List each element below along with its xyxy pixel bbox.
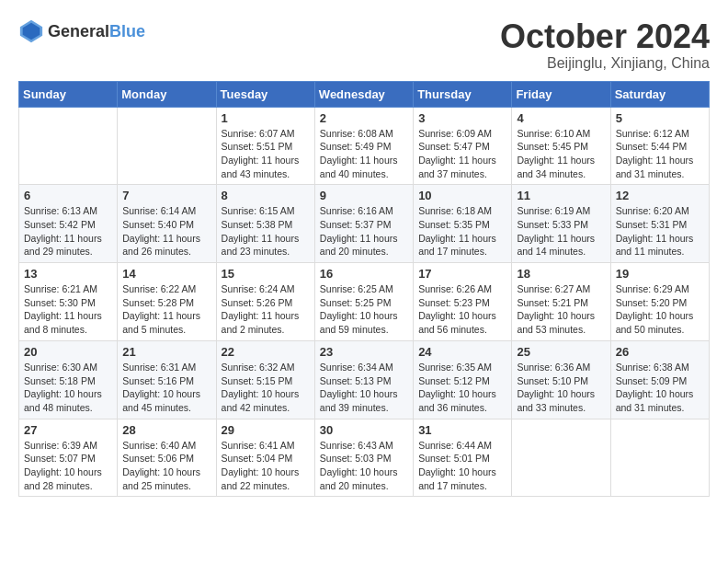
calendar-cell: 26Sunrise: 6:38 AMSunset: 5:09 PMDayligh… [610,340,709,419]
day-detail: Sunrise: 6:22 AMSunset: 5:28 PMDaylight:… [122,282,210,337]
day-detail: Sunrise: 6:26 AMSunset: 5:23 PMDaylight:… [418,282,506,337]
calendar-week-row: 20Sunrise: 6:30 AMSunset: 5:18 PMDayligh… [19,340,710,419]
weekday-header-friday: Friday [512,81,610,107]
calendar-week-row: 1Sunrise: 6:07 AMSunset: 5:51 PMDaylight… [19,107,710,185]
calendar-cell: 11Sunrise: 6:19 AMSunset: 5:33 PMDayligh… [512,185,610,263]
calendar-cell: 21Sunrise: 6:31 AMSunset: 5:16 PMDayligh… [118,340,216,419]
day-detail: Sunrise: 6:10 AMSunset: 5:45 PMDaylight:… [517,127,605,181]
calendar-cell: 18Sunrise: 6:27 AMSunset: 5:21 PMDayligh… [512,263,610,341]
weekday-header-saturday: Saturday [610,81,709,107]
weekday-header-wednesday: Wednesday [314,81,413,107]
day-detail: Sunrise: 6:16 AMSunset: 5:37 PMDaylight:… [320,204,408,259]
day-detail: Sunrise: 6:39 AMSunset: 5:07 PMDaylight:… [24,439,112,493]
day-number: 21 [122,345,210,359]
day-detail: Sunrise: 6:31 AMSunset: 5:16 PMDaylight:… [122,361,210,415]
day-number: 4 [517,111,605,125]
logo-blue: Blue [109,22,145,40]
calendar-cell: 20Sunrise: 6:30 AMSunset: 5:18 PMDayligh… [19,340,118,419]
day-number: 27 [24,423,112,437]
calendar-cell: 27Sunrise: 6:39 AMSunset: 5:07 PMDayligh… [19,419,118,497]
day-detail: Sunrise: 6:12 AMSunset: 5:44 PMDaylight:… [616,127,704,181]
day-detail: Sunrise: 6:24 AMSunset: 5:26 PMDaylight:… [222,282,310,337]
day-number: 11 [517,189,605,202]
calendar-cell: 24Sunrise: 6:35 AMSunset: 5:12 PMDayligh… [414,340,512,419]
calendar-cell: 1Sunrise: 6:07 AMSunset: 5:51 PMDaylight… [216,107,314,185]
day-detail: Sunrise: 6:14 AMSunset: 5:40 PMDaylight:… [122,204,210,259]
calendar-cell: 16Sunrise: 6:25 AMSunset: 5:25 PMDayligh… [314,263,413,341]
calendar-table: SundayMondayTuesdayWednesdayThursdayFrid… [18,81,710,498]
day-number: 24 [418,345,506,359]
day-number: 18 [517,267,605,281]
calendar-cell: 6Sunrise: 6:13 AMSunset: 5:42 PMDaylight… [19,185,118,263]
calendar-week-row: 27Sunrise: 6:39 AMSunset: 5:07 PMDayligh… [19,419,710,497]
day-number: 26 [616,345,704,359]
day-number: 29 [222,423,310,437]
day-number: 10 [418,189,506,202]
calendar-cell: 9Sunrise: 6:16 AMSunset: 5:37 PMDaylight… [314,185,413,263]
calendar-cell [610,419,709,497]
day-number: 16 [320,267,408,281]
day-number: 8 [222,189,310,202]
day-number: 28 [122,423,210,437]
day-number: 12 [616,189,704,202]
day-detail: Sunrise: 6:15 AMSunset: 5:38 PMDaylight:… [222,204,310,259]
month-title: October 2024 [500,18,710,55]
calendar-cell: 5Sunrise: 6:12 AMSunset: 5:44 PMDaylight… [610,107,709,185]
day-detail: Sunrise: 6:41 AMSunset: 5:04 PMDaylight:… [222,439,310,493]
calendar-cell: 3Sunrise: 6:09 AMSunset: 5:47 PMDaylight… [414,107,512,185]
day-detail: Sunrise: 6:43 AMSunset: 5:03 PMDaylight:… [320,439,408,493]
day-detail: Sunrise: 6:32 AMSunset: 5:15 PMDaylight:… [222,361,310,415]
day-detail: Sunrise: 6:08 AMSunset: 5:49 PMDaylight:… [320,127,408,181]
day-detail: Sunrise: 6:21 AMSunset: 5:30 PMDaylight:… [24,282,112,337]
calendar-cell: 2Sunrise: 6:08 AMSunset: 5:49 PMDaylight… [314,107,413,185]
day-detail: Sunrise: 6:27 AMSunset: 5:21 PMDaylight:… [517,282,605,337]
day-detail: Sunrise: 6:38 AMSunset: 5:09 PMDaylight:… [616,361,704,415]
calendar-cell: 13Sunrise: 6:21 AMSunset: 5:30 PMDayligh… [19,263,118,341]
calendar-week-row: 13Sunrise: 6:21 AMSunset: 5:30 PMDayligh… [19,263,710,341]
calendar-cell: 17Sunrise: 6:26 AMSunset: 5:23 PMDayligh… [414,263,512,341]
day-number: 31 [418,423,506,437]
day-detail: Sunrise: 6:18 AMSunset: 5:35 PMDaylight:… [418,204,506,259]
location: Beijinglu, Xinjiang, China [500,55,710,72]
day-number: 30 [320,423,408,437]
weekday-header-tuesday: Tuesday [216,81,314,107]
day-number: 9 [320,189,408,202]
day-detail: Sunrise: 6:44 AMSunset: 5:01 PMDaylight:… [418,439,506,493]
weekday-header-monday: Monday [118,81,216,107]
logo-general: General [48,22,109,40]
day-detail: Sunrise: 6:20 AMSunset: 5:31 PMDaylight:… [616,204,704,259]
day-detail: Sunrise: 6:07 AMSunset: 5:51 PMDaylight:… [222,127,310,181]
calendar-cell: 10Sunrise: 6:18 AMSunset: 5:35 PMDayligh… [414,185,512,263]
page-header: GeneralBlue October 2024 Beijinglu, Xinj… [18,18,710,72]
day-detail: Sunrise: 6:40 AMSunset: 5:06 PMDaylight:… [122,439,210,493]
calendar-cell: 22Sunrise: 6:32 AMSunset: 5:15 PMDayligh… [216,340,314,419]
day-detail: Sunrise: 6:30 AMSunset: 5:18 PMDaylight:… [24,361,112,415]
logo: GeneralBlue [18,18,145,44]
day-number: 25 [517,345,605,359]
calendar-cell [512,419,610,497]
calendar-header-row: SundayMondayTuesdayWednesdayThursdayFrid… [19,81,710,107]
weekday-header-sunday: Sunday [19,81,118,107]
day-detail: Sunrise: 6:35 AMSunset: 5:12 PMDaylight:… [418,361,506,415]
day-number: 5 [616,111,704,125]
day-number: 14 [122,267,210,281]
calendar-cell: 31Sunrise: 6:44 AMSunset: 5:01 PMDayligh… [414,419,512,497]
day-detail: Sunrise: 6:25 AMSunset: 5:25 PMDaylight:… [320,282,408,337]
weekday-header-thursday: Thursday [414,81,512,107]
calendar-cell: 23Sunrise: 6:34 AMSunset: 5:13 PMDayligh… [314,340,413,419]
calendar-cell: 4Sunrise: 6:10 AMSunset: 5:45 PMDaylight… [512,107,610,185]
calendar-cell: 14Sunrise: 6:22 AMSunset: 5:28 PMDayligh… [118,263,216,341]
calendar-cell: 7Sunrise: 6:14 AMSunset: 5:40 PMDaylight… [118,185,216,263]
calendar-cell: 29Sunrise: 6:41 AMSunset: 5:04 PMDayligh… [216,419,314,497]
day-detail: Sunrise: 6:19 AMSunset: 5:33 PMDaylight:… [517,204,605,259]
calendar-cell [19,107,118,185]
day-detail: Sunrise: 6:29 AMSunset: 5:20 PMDaylight:… [616,282,704,337]
day-number: 17 [418,267,506,281]
day-number: 23 [320,345,408,359]
day-number: 2 [320,111,408,125]
calendar-cell: 25Sunrise: 6:36 AMSunset: 5:10 PMDayligh… [512,340,610,419]
calendar-week-row: 6Sunrise: 6:13 AMSunset: 5:42 PMDaylight… [19,185,710,263]
calendar-cell: 19Sunrise: 6:29 AMSunset: 5:20 PMDayligh… [610,263,709,341]
day-number: 3 [418,111,506,125]
day-number: 6 [24,189,112,202]
